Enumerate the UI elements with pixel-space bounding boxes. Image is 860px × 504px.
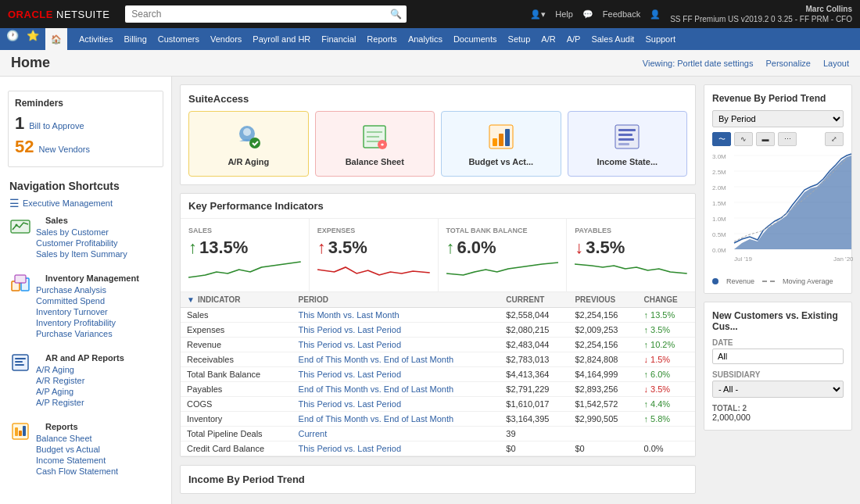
nav-ap[interactable]: A/P <box>561 28 586 50</box>
cell-previous: $2,990,505 <box>568 412 637 427</box>
chart-legend: Revenue Moving Average <box>712 277 844 285</box>
dot-chart-icon[interactable]: ⋯ <box>778 132 797 146</box>
layout-link[interactable]: Layout <box>823 59 849 68</box>
nav-billing[interactable]: Billing <box>118 28 152 50</box>
kpi-sales-arrow: ↑ <box>188 238 197 258</box>
viewing-portlet-link[interactable]: Viewing: Portlet date settings <box>643 59 754 68</box>
line-chart-icon[interactable]: 〜 <box>712 132 731 146</box>
purchase-variances-link[interactable]: Purchase Variances <box>36 328 149 339</box>
inventory-turnover-link[interactable]: Inventory Turnover <box>36 306 149 317</box>
suite-card-ar-aging[interactable]: A/R Aging <box>188 111 309 177</box>
cell-period[interactable]: Current <box>292 427 500 441</box>
kpi-bank-chart <box>446 258 559 281</box>
nav-ar[interactable]: A/R <box>536 28 561 50</box>
nav-customers[interactable]: Customers <box>152 28 205 50</box>
period-select[interactable]: By Period By Quarter By Year <box>712 110 844 127</box>
revenue-widget-title: Revenue By Period Trend <box>712 93 844 104</box>
nav-documents[interactable]: Documents <box>448 28 503 50</box>
main-content: Reminders 1 Bill to Approve 52 New Vendo… <box>0 77 860 504</box>
customer-profitability-link[interactable]: Customer Profitability <box>36 238 137 248</box>
favorites-icon[interactable]: ⭐ <box>25 28 41 50</box>
committed-spend-link[interactable]: Committed Spend <box>36 295 149 306</box>
zoom-icon[interactable]: ⤢ <box>825 132 844 146</box>
date-input[interactable] <box>712 349 844 364</box>
cell-period[interactable]: This Period vs. Last Period <box>292 397 500 412</box>
inventory-profitability-link[interactable]: Inventory Profitability <box>36 317 149 328</box>
col-change: CHANGE <box>637 292 695 308</box>
suite-card-income[interactable]: Income State... <box>568 111 688 177</box>
nav-vendors[interactable]: Vendors <box>205 28 247 50</box>
kpi-expenses-chart <box>317 258 430 281</box>
personalize-link[interactable]: Personalize <box>765 59 810 68</box>
bar-chart-icon[interactable]: ▬ <box>756 132 775 146</box>
wave-chart-icon[interactable]: ∿ <box>734 132 753 146</box>
suite-card-budget[interactable]: Budget vs Act... <box>441 111 561 177</box>
kpi-payables-chart <box>575 258 687 281</box>
sales-links: Sales Sales by Customer Customer Profita… <box>36 214 137 259</box>
reminder-item-1: 1 Bill to Approve <box>15 113 156 134</box>
cell-period[interactable]: End of This Month vs. End of Last Month <box>292 382 500 397</box>
suite-card-income-label: Income State... <box>597 157 658 166</box>
exec-management-link[interactable]: ☰ Executive Management <box>0 195 171 211</box>
cell-change: ↑ 5.8% <box>637 412 695 427</box>
cell-current: $2,080,215 <box>500 323 568 338</box>
recent-icon[interactable]: 🕐 <box>5 28 20 50</box>
col-indicator: ▼INDICATOR <box>181 292 292 308</box>
nav-sales-audit[interactable]: Sales Audit <box>586 28 640 50</box>
bill-approve-link[interactable]: Bill to Approve <box>29 121 84 130</box>
nav-payroll[interactable]: Payroll and HR <box>247 28 316 50</box>
sales-by-item-link[interactable]: Sales by Item Summary <box>36 248 137 259</box>
svg-rect-28 <box>618 138 634 141</box>
nav-activities[interactable]: Activities <box>73 28 118 50</box>
purchase-analysis-link[interactable]: Purchase Analysis <box>36 284 149 295</box>
home-nav-icon[interactable]: 🏠 <box>45 28 67 50</box>
income-statement-link[interactable]: Income Statement <box>36 455 127 466</box>
nav-analytics[interactable]: Analytics <box>403 28 448 50</box>
col-period: PERIOD <box>292 292 500 308</box>
cell-indicator: Payables <box>181 382 292 397</box>
cell-period[interactable]: This Period vs. Last Period <box>292 441 500 456</box>
balance-sheet-link[interactable]: Balance Sheet <box>36 433 127 444</box>
cell-period[interactable]: This Month vs. Last Month <box>292 308 500 323</box>
help-link[interactable]: Help <box>555 9 573 19</box>
sales-by-customer-link[interactable]: Sales by Customer <box>36 227 137 238</box>
kpi-bank-number: 6.0% <box>457 238 496 258</box>
cell-period[interactable]: This Period vs. Last Period <box>292 323 500 338</box>
cell-period[interactable]: End of This Month vs. End of Last Month <box>292 412 500 427</box>
cell-period[interactable]: This Period vs. Last Period <box>292 367 500 382</box>
ap-register-link[interactable]: A/P Register <box>36 397 134 408</box>
new-vendors-link[interactable]: New Vendors <box>38 145 89 154</box>
nav-setup[interactable]: Setup <box>503 28 536 50</box>
svg-text:Jul '19: Jul '19 <box>734 256 752 263</box>
kpi-table-container: ▼INDICATOR PERIOD CURRENT PREVIOUS CHANG… <box>181 292 695 456</box>
nav-support[interactable]: Support <box>640 28 681 50</box>
sort-icon[interactable]: ▼ <box>187 295 195 304</box>
ar-register-link[interactable]: A/R Register <box>36 375 134 386</box>
table-row: Total Pipeline Deals Current 39 <box>181 427 695 441</box>
ap-aging-link[interactable]: A/P Aging <box>36 386 134 397</box>
income-trend-title: Income By Period Trend <box>188 474 687 485</box>
nav-financial[interactable]: Financial <box>316 28 361 50</box>
feedback-icon[interactable]: 💬 <box>582 9 593 20</box>
nav-reports[interactable]: Reports <box>361 28 403 50</box>
ar-aging-link[interactable]: A/R Aging <box>36 364 134 375</box>
cell-period[interactable]: This Period vs. Last Period <box>292 338 500 352</box>
svg-rect-6 <box>15 358 26 359</box>
cash-flow-link[interactable]: Cash Flow Statement <box>36 466 127 477</box>
date-label: DATE <box>712 338 844 347</box>
user-icon: 👤 <box>650 9 661 20</box>
kpi-payables-number: 3.5% <box>586 238 625 258</box>
suite-card-balance-sheet[interactable]: Balance Sheet <box>315 111 435 177</box>
budget-actual-link[interactable]: Budget vs Actual <box>36 444 127 455</box>
svg-rect-4 <box>15 275 26 283</box>
kpi-expenses-label: EXPENSES <box>317 227 430 234</box>
feedback-link[interactable]: Feedback <box>603 9 640 19</box>
search-input[interactable] <box>125 5 407 23</box>
cell-change: ↓ 1.5% <box>637 352 695 367</box>
kpi-sales-number: 13.5% <box>199 238 248 258</box>
subsidiary-select[interactable]: - All - <box>712 381 844 398</box>
ar-ap-links: AR and AP Reports A/R Aging A/R Register… <box>36 352 134 408</box>
svg-rect-23 <box>499 134 503 146</box>
notifications-icon[interactable]: 👤▾ <box>530 9 546 20</box>
cell-period[interactable]: End of This Month vs. End of Last Month <box>292 352 500 367</box>
